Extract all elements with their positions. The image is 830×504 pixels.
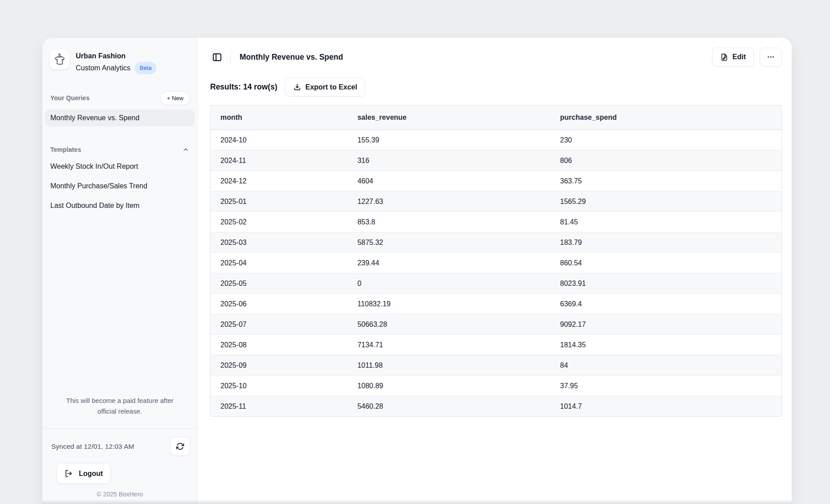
table-cell: 2025-03 [211,232,348,253]
table-cell: 1080.89 [348,376,550,396]
brand-subtitle: Custom Analytics [76,62,130,74]
table-row: 2024-124604363.75 [211,171,781,191]
templates-collapse-button[interactable] [181,145,190,154]
table-cell: 0 [348,273,550,294]
refresh-button[interactable] [170,437,190,456]
table-cell: 2025-06 [211,294,348,314]
logout-icon [65,469,73,478]
table-row: 2025-101080.8937.95 [211,376,781,396]
table-row: 2025-115460.281014.7 [211,396,781,417]
table-cell: 5460.28 [348,396,550,417]
main-panel: Monthly Revenue vs. Spend Edit [198,38,792,504]
table-cell: 9092.17 [550,314,781,335]
beta-badge: Beta [135,62,157,74]
results-toolbar: Results: 14 row(s) Export to Excel [210,77,782,97]
column-header: month [211,106,348,130]
table-cell: 2025-09 [211,355,348,376]
table-cell: 1227.63 [348,191,550,212]
brand: Urban Fashion Custom Analytics Beta [42,38,197,74]
sidebar-toggle-button[interactable] [210,50,224,64]
tshirt-icon [53,53,66,67]
table-cell: 2025-05 [211,273,348,294]
table-cell: 155.39 [348,130,550,150]
table-cell: 1565.29 [550,191,781,212]
table-cell: 6369.4 [550,294,781,314]
table-cell: 363.75 [550,171,781,191]
table-cell: 81.45 [550,212,781,232]
table-cell: 806 [550,150,781,171]
table-row: 2025-0508023.91 [211,273,781,294]
table-cell: 37.95 [550,376,781,396]
table-cell: 2024-12 [211,171,348,191]
queries-label: Your Queries [50,94,90,102]
table-row: 2025-02853.881.45 [211,212,781,232]
queries-section-header: Your Queries + New [50,91,190,105]
table-row: 2025-06110832.196369.4 [211,294,781,314]
sidebar-item-template[interactable]: Weekly Stock In/Out Report [42,157,197,176]
table-cell: 2025-10 [211,376,348,396]
app-logo [49,49,69,69]
ellipsis-icon [766,53,775,61]
table-cell: 1014.7 [550,396,781,417]
table-cell: 1814.35 [550,335,781,355]
table-cell: 183.79 [550,232,781,253]
template-list: Weekly Stock In/Out ReportMonthly Purcha… [42,157,197,215]
table-cell: 2025-07 [211,314,348,335]
export-label: Export to Excel [305,83,357,91]
table-cell: 316 [348,150,550,171]
table-cell: 2024-10 [211,130,348,150]
table-row: 2025-04239.44860.54 [211,253,781,273]
more-options-button[interactable] [760,48,782,67]
table-cell: 2024-11 [211,150,348,171]
templates-section-header: Templates [50,145,190,154]
table-cell: 84 [550,355,781,376]
edit-label: Edit [732,53,746,61]
table-cell: 2025-11 [211,396,348,417]
table-cell: 230 [550,130,781,150]
sidebar-toggle-icon [212,52,222,62]
table-row: 2025-087134.711814.35 [211,335,781,355]
table-cell: 110832.19 [348,294,550,314]
column-header: purchase_spend [550,106,781,130]
templates-label: Templates [50,146,81,153]
sidebar-item-template[interactable]: Monthly Purchase/Sales Trend [42,176,197,196]
page-title: Monthly Revenue vs. Spend [240,53,343,62]
results-table: monthsales_revenuepurchase_spend 2024-10… [210,105,782,417]
new-query-button[interactable]: + New [160,91,190,105]
table-cell: 7134.71 [348,335,550,355]
sidebar-item-query-monthly-revenue-vs-spend[interactable]: Monthly Revenue vs. Spend [45,110,195,126]
table-cell: 2025-01 [211,191,348,212]
refresh-icon [176,442,184,451]
logout-button[interactable]: Logout [57,463,111,484]
app-window: Urban Fashion Custom Analytics Beta Your… [42,38,792,504]
brand-name: Urban Fashion [76,50,156,62]
synced-at-text: Synced at 12/01, 12:03 AM [49,443,134,451]
paid-feature-note: This will become a paid feature after of… [57,395,182,417]
results-count: Results: 14 row(s) [210,82,277,92]
table-cell: 2025-08 [211,335,348,355]
table-row: 2025-091011.9884 [211,355,781,376]
download-icon [293,83,301,91]
edit-icon [720,53,728,61]
table-cell: 239.44 [348,253,550,273]
column-header: sales_revenue [348,106,550,130]
sync-section: Synced at 12/01, 12:03 AM Logout [42,428,197,504]
table-row: 2024-10155.39230 [211,130,781,150]
table-header: monthsales_revenuepurchase_spend [211,106,781,130]
table-cell: 853.8 [348,212,550,232]
edit-button[interactable]: Edit [712,48,754,67]
sidebar-item-template[interactable]: Last Outbound Date by Item [42,196,197,215]
table-cell: 860.54 [550,253,781,273]
table-row: 2025-011227.631565.29 [211,191,781,212]
table-cell: 8023.91 [550,273,781,294]
table-row: 2025-035875.32183.79 [211,232,781,253]
table-cell: 4604 [348,171,550,191]
chevron-up-icon [182,146,189,153]
export-to-excel-button[interactable]: Export to Excel [285,77,365,97]
sidebar: Urban Fashion Custom Analytics Beta Your… [42,38,198,504]
table-row: 2025-0750663.289092.17 [211,314,781,335]
logout-label: Logout [79,470,103,478]
table-row: 2024-11316806 [211,150,781,171]
main-header: Monthly Revenue vs. Spend Edit [210,47,782,67]
table-cell: 50663.28 [348,314,550,335]
